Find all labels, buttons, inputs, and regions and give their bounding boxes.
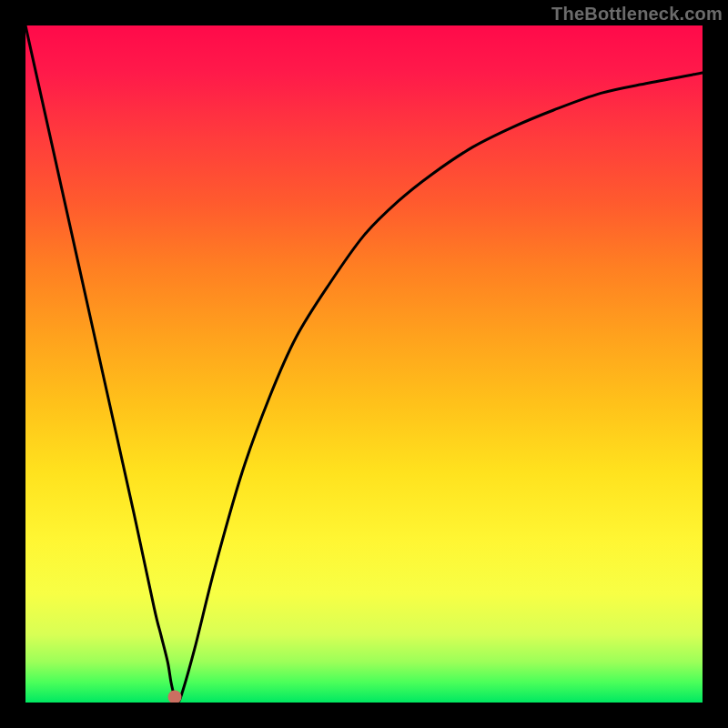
bottleneck-curve <box>25 25 703 703</box>
plot-area <box>25 25 703 703</box>
watermark-label: TheBottleneck.com <box>551 4 723 25</box>
minimum-marker-icon <box>167 691 181 703</box>
chart-frame: TheBottleneck.com <box>0 0 728 728</box>
